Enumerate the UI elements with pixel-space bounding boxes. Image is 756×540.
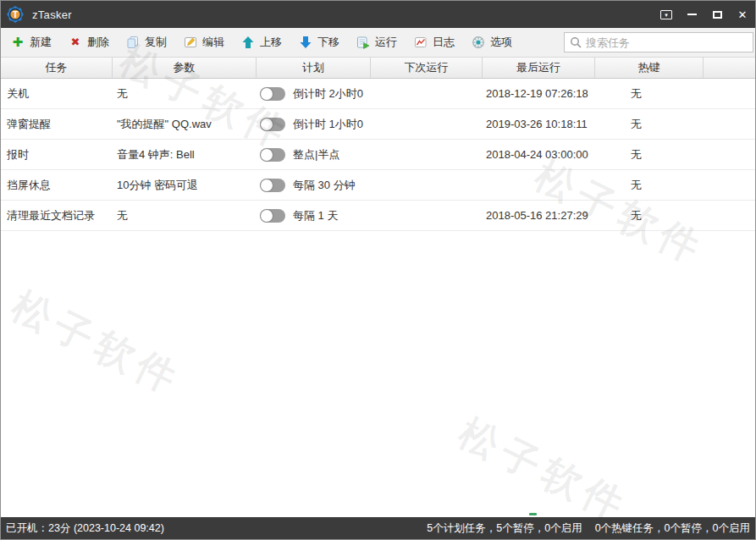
window-controls: ▾ ✕ (654, 1, 755, 28)
column-header-schedule[interactable]: 计划 (257, 58, 371, 78)
task-name-cell: 清理最近文档记录 (1, 201, 113, 230)
task-name-cell: 关机 (1, 79, 113, 108)
task-name-cell: 挡屏休息 (1, 170, 113, 200)
green-dash-decoration (529, 513, 537, 515)
column-header-params[interactable]: 参数 (113, 58, 257, 78)
plan-task-summary: 5个计划任务，5个暂停，0个启用 (427, 521, 582, 536)
window-title: zTasker (32, 8, 72, 21)
row-spacer (704, 170, 755, 200)
last-run-cell: 2018-04-24 03:00:00 (483, 140, 595, 169)
next-run-cell (371, 170, 483, 200)
schedule-cell: 每隔 30 分钟 (257, 170, 371, 200)
copy-task-button[interactable]: 复制 (126, 35, 167, 50)
column-header-task[interactable]: 任务 (1, 58, 113, 78)
toggle-knob-icon (261, 210, 273, 222)
schedule-cell: 整点|半点 (257, 140, 371, 169)
edit-task-label: 编辑 (202, 35, 224, 50)
next-run-cell (371, 79, 483, 108)
table-header: 任务 参数 计划 下次运行 最后运行 热键 (1, 57, 755, 79)
hotkey-cell: 无 (595, 109, 704, 139)
search-icon (570, 36, 582, 48)
move-down-label: 下移 (317, 35, 339, 50)
ztasker-window: T zTasker ▾ ✕ ✚ 新建 ✖ 删除 (0, 0, 756, 540)
titlebar: T zTasker ▾ ✕ (1, 1, 755, 28)
column-header-hotkey[interactable]: 热键 (595, 58, 704, 78)
column-header-spacer (704, 58, 755, 78)
search-input[interactable] (586, 36, 748, 49)
enable-toggle[interactable] (260, 179, 285, 192)
column-header-last-run[interactable]: 最后运行 (483, 58, 595, 78)
search-box[interactable] (564, 32, 753, 52)
svg-text:T: T (13, 10, 18, 19)
log-label: 日志 (433, 35, 455, 50)
task-table-body: 关机 无 倒计时 2小时0 2018-12-19 07:26:18 无 弹窗提醒… (1, 79, 755, 539)
next-run-cell (371, 201, 483, 230)
copy-icon (126, 36, 140, 49)
enable-toggle[interactable] (260, 118, 285, 131)
log-icon (414, 36, 428, 49)
schedule-cell: 倒计时 1小时0 (257, 109, 371, 139)
params-cell: 音量4 钟声: Bell (113, 140, 257, 169)
run-task-label: 运行 (375, 35, 397, 50)
toggle-knob-icon (261, 149, 273, 161)
params-cell: 无 (113, 201, 257, 230)
options-button[interactable]: 选项 (472, 35, 512, 50)
hotkey-cell: 无 (595, 201, 704, 230)
row-spacer (704, 109, 755, 139)
params-cell: "我的提醒" QQ.wav (113, 109, 257, 139)
new-task-label: 新建 (30, 35, 52, 50)
new-task-button[interactable]: ✚ 新建 (11, 35, 52, 50)
row-spacer (704, 140, 755, 169)
schedule-label: 倒计时 1小时0 (293, 117, 363, 132)
row-spacer (704, 79, 755, 108)
enable-toggle[interactable] (260, 148, 285, 162)
log-button[interactable]: 日志 (414, 35, 455, 50)
toggle-knob-icon (261, 88, 273, 100)
options-label: 选项 (490, 35, 512, 50)
enable-toggle[interactable] (260, 87, 285, 101)
last-run-cell (483, 170, 595, 200)
move-down-button[interactable]: 下移 (299, 35, 339, 50)
status-bar: 已开机：23分 (2023-10-24 09:42) 5个计划任务，5个暂停，0… (1, 517, 755, 539)
move-up-label: 上移 (260, 35, 282, 50)
close-button[interactable]: ✕ (730, 1, 755, 28)
hotkey-task-summary: 0个热键任务，0个暂停，0个启用 (595, 521, 750, 536)
table-row[interactable]: 弹窗提醒 "我的提醒" QQ.wav 倒计时 1小时0 2019-03-26 1… (1, 109, 755, 140)
uptime-status: 已开机：23分 (2023-10-24 09:42) (6, 521, 164, 536)
arrow-down-icon (299, 36, 312, 49)
minimize-to-tray-button[interactable]: ▾ (654, 1, 679, 28)
toggle-knob-icon (261, 179, 273, 191)
column-header-next-run[interactable]: 下次运行 (371, 58, 483, 78)
delete-icon: ✖ (69, 36, 82, 49)
maximize-button[interactable] (704, 1, 730, 28)
last-run-cell: 2018-05-16 21:27:29 (483, 201, 595, 230)
delete-task-label: 删除 (87, 35, 109, 50)
minimize-button[interactable] (679, 1, 704, 28)
delete-task-button[interactable]: ✖ 删除 (69, 35, 109, 50)
params-cell: 无 (113, 79, 257, 108)
params-cell: 10分钟 密码可退 (113, 170, 257, 200)
arrow-up-icon (241, 36, 255, 49)
tray-arrow-icon: ▾ (660, 10, 672, 19)
task-name-cell: 报时 (1, 140, 113, 169)
enable-toggle[interactable] (260, 209, 285, 223)
hotkey-cell: 无 (595, 79, 704, 108)
run-icon (356, 36, 370, 49)
edit-task-button[interactable]: 编辑 (184, 35, 224, 50)
row-spacer (704, 201, 755, 230)
schedule-cell: 每隔 1 天 (257, 201, 371, 230)
table-row[interactable]: 挡屏休息 10分钟 密码可退 每隔 30 分钟 无 (1, 170, 755, 201)
hotkey-cell: 无 (595, 140, 704, 169)
move-up-button[interactable]: 上移 (241, 35, 282, 50)
app-logo-icon: T (6, 5, 25, 24)
next-run-cell (371, 140, 483, 169)
last-run-cell: 2019-03-26 10:18:11 (483, 109, 595, 139)
plus-icon: ✚ (11, 36, 25, 49)
close-icon: ✕ (738, 9, 748, 20)
schedule-label: 整点|半点 (293, 147, 339, 163)
table-row[interactable]: 清理最近文档记录 无 每隔 1 天 2018-05-16 21:27:29 无 (1, 201, 755, 231)
run-task-button[interactable]: 运行 (356, 35, 397, 50)
table-row[interactable]: 报时 音量4 钟声: Bell 整点|半点 2018-04-24 03:00:0… (1, 140, 755, 170)
table-row[interactable]: 关机 无 倒计时 2小时0 2018-12-19 07:26:18 无 (1, 79, 755, 109)
toolbar: ✚ 新建 ✖ 删除 复制 编辑 上移 (1, 28, 755, 57)
